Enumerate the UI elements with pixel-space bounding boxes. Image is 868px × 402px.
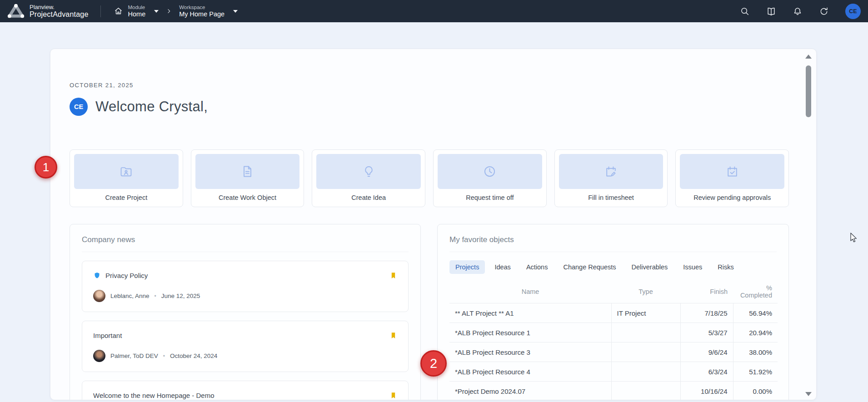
bookmark-icon[interactable] (389, 391, 397, 400)
shield-icon (93, 271, 101, 280)
cell-completed: 56.94% (733, 303, 778, 323)
news-title: Important (93, 332, 122, 339)
create-idea-icon (362, 164, 376, 179)
quick-action-card[interactable]: Create Idea (312, 149, 425, 207)
quick-action-card[interactable]: Review pending approvals (675, 149, 789, 207)
news-title: Welcome to the new Homepage - Demo (93, 392, 215, 399)
company-news-title: Company news (82, 235, 409, 252)
greeting-avatar: CE (70, 98, 88, 116)
tab-ideas[interactable]: Ideas (489, 260, 516, 274)
mouse-cursor (849, 233, 859, 245)
user-avatar[interactable]: CE (845, 4, 861, 19)
cell-completed: 51.92% (733, 362, 778, 382)
table-row[interactable]: *Project Demo 2024.0710/16/240.00% (449, 382, 778, 401)
quick-action-card[interactable]: Create Work Object (191, 149, 304, 207)
news-title: Privacy Policy (105, 272, 148, 279)
table-row[interactable]: *ALB Project Resource 15/3/2720.94% (449, 323, 778, 342)
news-item[interactable]: Welcome to the new Homepage - Demo (82, 381, 409, 400)
create-project-icon (119, 164, 133, 179)
home-page-card: OCTOBER 21, 2025 CE Welcome Crystal, Cre… (50, 49, 817, 400)
brand-line1: Planview. (30, 4, 89, 10)
table-row[interactable]: ** ALT Project ** A1IT Project7/18/2556.… (449, 303, 778, 323)
module-breadcrumb[interactable]: Module Home (111, 3, 162, 20)
quick-action-card[interactable]: Create Project (70, 149, 183, 207)
cell-finish: 7/18/25 (680, 303, 733, 323)
cell-name: *ALB Project Resource 3 (449, 342, 611, 362)
favorites-tabs: ProjectsIdeasActionsChange RequestsDeliv… (449, 260, 777, 274)
cell-name: ** ALT Project ** A1 (449, 303, 611, 323)
cell-type (611, 323, 680, 342)
tab-risks[interactable]: Risks (712, 260, 739, 274)
quick-action-label: Create Idea (316, 194, 421, 201)
scrollbar-down-arrow[interactable] (805, 392, 812, 396)
tab-deliverables[interactable]: Deliverables (626, 260, 674, 274)
favorites-table: NameTypeFinish% Completed ** ALT Project… (449, 280, 778, 400)
favorites-panel: My favorite objects ProjectsIdeasActions… (437, 224, 789, 400)
quick-action-card[interactable]: Fill in timesheet (554, 149, 668, 207)
quick-action-label: Request time off (438, 194, 542, 201)
tab-projects[interactable]: Projects (449, 260, 485, 274)
notifications-icon[interactable] (793, 6, 803, 16)
news-date: October 24, 2024 (170, 352, 217, 359)
cell-type (611, 362, 680, 382)
news-item[interactable]: Important Palmer, ToD DEV • October 24, … (82, 321, 409, 372)
column-header-name[interactable]: Name (449, 280, 611, 303)
bookmark-icon[interactable] (389, 331, 397, 340)
cell-completed: 0.00% (733, 382, 778, 401)
cell-finish: 10/16/24 (680, 382, 733, 401)
dot-separator: • (163, 353, 165, 359)
planview-triangle-icon (7, 4, 25, 19)
favorites-title: My favorite objects (449, 235, 777, 252)
quick-action-label: Fill in timesheet (559, 194, 663, 201)
news-author: Leblanc, Anne (110, 293, 150, 299)
navbar-divider (100, 5, 101, 17)
annotation-badge-1: 1 (35, 156, 57, 179)
table-row[interactable]: *ALB Project Resource 46/3/2451.92% (449, 362, 778, 382)
bookmark-icon[interactable] (389, 271, 397, 280)
fill-timesheet-icon (604, 164, 618, 179)
request-time-off-icon (483, 164, 497, 179)
table-header-row: NameTypeFinish% Completed (449, 280, 778, 303)
cell-type (611, 342, 680, 362)
column-header-finish[interactable]: Finish (680, 280, 733, 303)
cell-finish: 6/3/24 (680, 362, 733, 382)
news-date: June 12, 2025 (161, 293, 200, 299)
quick-action-label: Create Work Object (195, 194, 300, 201)
tab-actions[interactable]: Actions (520, 260, 554, 274)
table-row[interactable]: *ALB Project Resource 39/6/2438.00% (449, 342, 778, 362)
scrollbar-up-arrow[interactable] (805, 55, 812, 59)
chevron-down-icon[interactable] (233, 10, 238, 13)
cell-name: *ALB Project Resource 1 (449, 323, 611, 342)
cell-type (611, 382, 680, 401)
brand-line2: ProjectAdvantage (30, 10, 89, 18)
quick-action-label: Review pending approvals (680, 194, 784, 201)
dot-separator: • (155, 293, 156, 299)
cell-completed: 20.94% (733, 323, 778, 342)
workspace-label: Workspace (179, 5, 224, 10)
quick-action-card[interactable]: Request time off (433, 149, 547, 207)
planview-logo[interactable]: Planview. ProjectAdvantage (7, 4, 89, 19)
module-label: Module (128, 5, 146, 10)
author-avatar (93, 290, 105, 302)
news-item[interactable]: Privacy Policy Leblanc, Anne • June 12, … (82, 261, 409, 312)
news-list: Privacy Policy Leblanc, Anne • June 12, … (82, 261, 409, 400)
quick-actions-row: Create Project Create Work Object Create… (70, 149, 789, 207)
chevron-down-icon[interactable] (154, 10, 159, 13)
current-date: OCTOBER 21, 2025 (70, 82, 789, 89)
book-icon[interactable] (766, 6, 776, 16)
module-value: Home (128, 10, 146, 18)
home-icon (114, 6, 123, 16)
workspace-breadcrumb[interactable]: Workspace My Home Page (176, 3, 240, 20)
column-header-type[interactable]: Type (611, 280, 680, 303)
column-header--completed[interactable]: % Completed (733, 280, 778, 303)
tab-change-requests[interactable]: Change Requests (557, 260, 622, 274)
scrollbar-thumb[interactable] (806, 65, 811, 117)
cell-completed: 38.00% (733, 342, 778, 362)
author-avatar (93, 350, 105, 362)
annotation-badge-2: 2 (420, 350, 447, 377)
top-navbar: Planview. ProjectAdvantage Module Home W… (0, 0, 868, 22)
cell-name: *Project Demo 2024.07 (449, 382, 611, 401)
tab-issues[interactable]: Issues (677, 260, 708, 274)
search-icon[interactable] (740, 6, 750, 16)
refresh-icon[interactable] (819, 6, 829, 16)
